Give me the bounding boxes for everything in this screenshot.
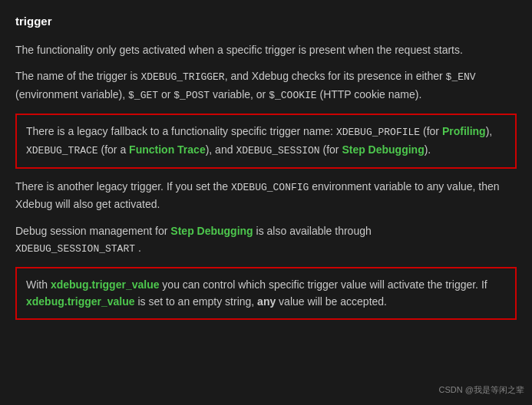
p2-code3: $_GET — [128, 90, 158, 101]
p2-text6: (HTTP cookie name). — [317, 88, 422, 100]
p3-text6: (for — [320, 143, 342, 156]
p3-code3: XDEBUG_SESSION — [236, 145, 319, 156]
p2-code1: XDEBUG_TRIGGER — [140, 71, 224, 83]
p2-text1: The name of the trigger is — [15, 70, 140, 82]
paragraph-4: There is another legacy trigger. If you … — [15, 178, 517, 213]
p2-text2: , and Xdebug checks for its presence in … — [225, 70, 446, 82]
p1-text: The functionality only gets activated wh… — [15, 44, 463, 56]
p5-text2: is also available through — [253, 225, 372, 237]
p3-text7: ). — [425, 143, 431, 156]
p5-link-step-debugging[interactable]: Step Debugging — [170, 225, 253, 237]
p4-code1: XDEBUG_CONFIG — [231, 182, 309, 193]
paragraph-1: The functionality only gets activated wh… — [15, 41, 517, 58]
p3-text5: ), and — [206, 143, 236, 156]
p2-text4: or — [158, 88, 173, 100]
paragraph-3-box: There is a legacy fallback to a function… — [15, 114, 517, 169]
p6-text3: is set to an empty string, — [135, 295, 258, 308]
p3-text4: (for a — [98, 143, 129, 156]
p5-code1: XDEBUG_SESSION_START — [15, 243, 135, 255]
p6-link-trigger-value-2[interactable]: xdebug.trigger_value — [26, 295, 135, 308]
page-title: trigger — [15, 12, 517, 31]
p3-code1: XDEBUG_PROFILE — [336, 127, 420, 138]
watermark: CSDN @我是等闲之辈 — [439, 384, 524, 397]
p6-text4: value will be accepted. — [276, 295, 387, 308]
p2-code5: $_COOKIE — [269, 90, 316, 101]
p2-text5: variable, or — [210, 88, 269, 100]
p6-link-trigger-value-1[interactable]: xdebug.trigger_value — [51, 278, 160, 291]
p3-link-profiling[interactable]: Profiling — [442, 125, 486, 137]
paragraph-5: Debug session management for Step Debugg… — [15, 222, 517, 258]
p3-link-step-debugging[interactable]: Step Debugging — [342, 143, 424, 156]
p2-code2: $_ENV — [446, 71, 476, 83]
p3-text1: There is a legacy fallback to a function… — [26, 125, 336, 137]
paragraph-2: The name of the trigger is XDEBUG_TRIGGE… — [15, 68, 517, 104]
p4-text1: There is another legacy trigger. If you … — [15, 180, 231, 193]
p5-text3: . — [135, 242, 141, 254]
p3-code2: XDEBUG_TRACE — [26, 145, 98, 156]
p5-text1: Debug session management for — [15, 225, 170, 237]
p3-link-function-trace[interactable]: Function Trace — [129, 143, 206, 156]
p6-text2: you can control which specific trigger v… — [159, 278, 487, 291]
p6-text1: With — [26, 278, 51, 291]
p2-code4: $_POST — [173, 90, 210, 101]
p3-text2: (for — [420, 125, 442, 137]
paragraph-6-box: With xdebug.trigger_value you can contro… — [15, 267, 517, 320]
p3-text3: ), — [486, 125, 493, 137]
p2-text3: (environment variable), — [15, 88, 128, 100]
p6-bold-any: any — [257, 295, 276, 308]
